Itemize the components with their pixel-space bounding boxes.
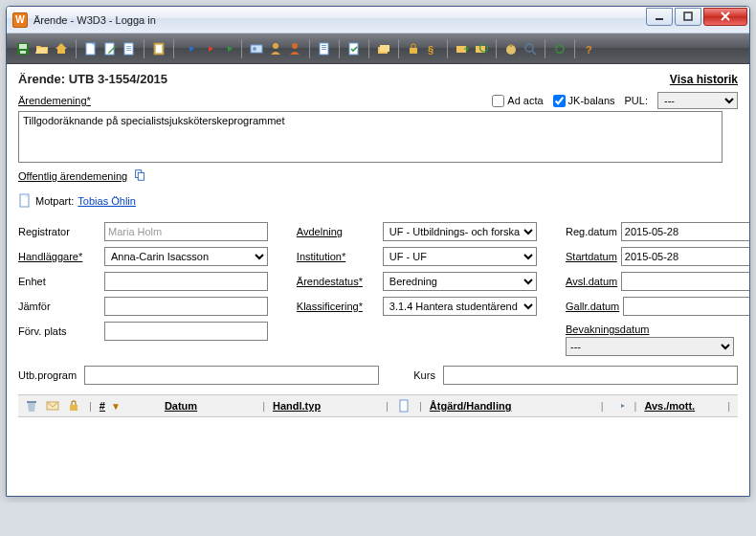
offentlig-link[interactable]: Offentlig ärendemening bbox=[18, 170, 127, 182]
envelope-icon[interactable] bbox=[45, 398, 60, 413]
doc-check-icon[interactable] bbox=[345, 40, 363, 57]
copy-icon[interactable] bbox=[133, 168, 146, 184]
minimize-button[interactable] bbox=[646, 8, 673, 26]
arrow-right-blue-icon[interactable] bbox=[180, 40, 197, 57]
table-body-empty bbox=[18, 417, 738, 484]
arendestatus-select[interactable]: Beredning bbox=[383, 272, 537, 291]
ad-acta-input[interactable] bbox=[492, 95, 504, 107]
arrow-right-green-icon[interactable] bbox=[218, 40, 235, 57]
forvplats-input[interactable] bbox=[104, 322, 268, 341]
doc-icon[interactable] bbox=[121, 40, 138, 57]
search-icon[interactable] bbox=[522, 40, 539, 57]
jk-balans-input[interactable] bbox=[553, 95, 566, 107]
toolbar-sep bbox=[173, 39, 174, 58]
svg-rect-33 bbox=[138, 172, 144, 180]
utbprogram-input[interactable] bbox=[84, 366, 379, 385]
maximize-button[interactable] bbox=[675, 8, 701, 26]
motpart-row: Motpart: Tobias Öhlin bbox=[18, 193, 738, 209]
pul-select[interactable]: --- bbox=[657, 92, 738, 109]
trash-icon[interactable] bbox=[24, 398, 39, 413]
show-history-link[interactable]: Visa historik bbox=[670, 73, 738, 86]
col-handltyp[interactable]: Handl.typ bbox=[273, 400, 321, 412]
avsldatum-label: Avsl.datum bbox=[566, 276, 617, 287]
user-orange-icon[interactable] bbox=[286, 40, 303, 57]
new-doc-icon[interactable] bbox=[82, 40, 100, 57]
arendemening-label: Ärendemening bbox=[18, 95, 91, 106]
klassificering-select[interactable]: 3.1.4 Hantera studentärend bbox=[383, 297, 537, 316]
content-area: Ärende: UTB 3-1554/2015 Visa historik Är… bbox=[7, 64, 749, 496]
motpart-name-link[interactable]: Tobias Öhlin bbox=[78, 195, 136, 207]
svg-rect-9 bbox=[126, 48, 131, 49]
list-icon[interactable] bbox=[316, 40, 333, 57]
bevakning-select[interactable]: --- bbox=[566, 337, 734, 356]
folder-move-icon[interactable] bbox=[454, 40, 471, 57]
svg-rect-19 bbox=[322, 47, 326, 48]
col-avsmott[interactable]: Avs./mott. bbox=[644, 400, 695, 412]
alarm-icon[interactable] bbox=[502, 40, 520, 57]
col-hash[interactable]: # bbox=[100, 400, 105, 412]
help-icon[interactable]: ? bbox=[581, 40, 598, 57]
window-title: Ärende - W3D3 - Logga in bbox=[33, 14, 644, 26]
toolbar-sep bbox=[496, 39, 497, 58]
clipboard-icon[interactable] bbox=[150, 40, 167, 57]
save-icon[interactable] bbox=[14, 40, 32, 57]
col-atgard[interactable]: Åtgärd/Handling bbox=[430, 400, 512, 412]
page-icon bbox=[18, 193, 32, 209]
enhet-input[interactable] bbox=[104, 272, 268, 291]
jamfor-label: Jämför bbox=[18, 301, 100, 312]
startdatum-input[interactable] bbox=[621, 247, 750, 266]
case-title: Ärende: UTB 3-1554/2015 bbox=[18, 72, 167, 86]
svg-rect-24 bbox=[410, 48, 417, 54]
svg-rect-3 bbox=[19, 44, 27, 49]
kurs-input[interactable] bbox=[443, 366, 738, 385]
toolbar-sep bbox=[241, 39, 242, 58]
refresh-icon[interactable] bbox=[551, 40, 568, 57]
svg-rect-20 bbox=[322, 49, 326, 50]
arendestatus-label: Ärendestatus bbox=[297, 276, 379, 287]
avdelning-select[interactable]: UF - Utbildnings- och forska bbox=[383, 222, 537, 241]
svg-rect-38 bbox=[400, 400, 408, 412]
toolbar-sep bbox=[545, 39, 545, 58]
user-card-icon[interactable] bbox=[248, 40, 265, 57]
user-icon[interactable] bbox=[267, 40, 284, 57]
avdelning-label: Avdelning bbox=[297, 226, 379, 237]
svg-rect-4 bbox=[20, 51, 26, 54]
lock-icon[interactable] bbox=[405, 40, 422, 57]
arrow-tiny-icon bbox=[611, 398, 627, 413]
column-right: Reg.datum Startdatum Avsl.datum Gallr.da… bbox=[566, 222, 738, 356]
folder-refresh-icon[interactable] bbox=[473, 40, 490, 57]
avsldatum-input[interactable] bbox=[621, 272, 750, 291]
bevakning-label: Bevakningsdatum bbox=[566, 324, 738, 335]
folder-open-icon[interactable] bbox=[33, 40, 51, 57]
arrow-right-red-icon[interactable] bbox=[199, 40, 216, 57]
paragraph-icon[interactable]: § bbox=[424, 40, 441, 57]
handlaggare-label: Handläggare bbox=[18, 251, 100, 262]
arendemening-textarea[interactable]: Tillgodoräknande på specialistsjuksköter… bbox=[18, 111, 723, 163]
svg-rect-1 bbox=[684, 12, 692, 20]
regdatum-label: Reg.datum bbox=[566, 226, 617, 237]
house-icon[interactable] bbox=[53, 40, 70, 57]
toolbar-sep bbox=[309, 39, 310, 58]
col-datum[interactable]: Datum bbox=[165, 400, 197, 412]
jamfor-input[interactable] bbox=[104, 297, 268, 316]
jk-balans-checkbox[interactable]: JK-balans bbox=[553, 95, 615, 107]
close-button[interactable] bbox=[703, 8, 747, 26]
svg-rect-18 bbox=[322, 45, 326, 46]
handlaggare-select[interactable]: Anna-Carin Isacsson bbox=[104, 247, 268, 266]
kurs-label: Kurs bbox=[413, 369, 435, 381]
gallrdatum-input[interactable] bbox=[623, 297, 750, 316]
svg-rect-5 bbox=[86, 43, 95, 55]
utbprogram-label: Utb.program bbox=[18, 369, 77, 381]
toolbar-sep bbox=[398, 39, 399, 58]
column-left: Registrator HandläggareAnna-Carin Isacss… bbox=[18, 222, 268, 356]
svg-rect-23 bbox=[380, 45, 389, 52]
svg-rect-35 bbox=[27, 401, 36, 403]
ad-acta-checkbox[interactable]: Ad acta bbox=[492, 95, 543, 107]
folders-icon[interactable] bbox=[375, 40, 392, 57]
lock-small-icon[interactable] bbox=[66, 398, 81, 413]
institution-select[interactable]: UF - UF bbox=[383, 247, 537, 266]
app-window: W Ärende - W3D3 - Logga in § bbox=[6, 6, 750, 497]
toolbar-sep bbox=[574, 39, 575, 58]
regdatum-input[interactable] bbox=[621, 222, 750, 241]
edit-doc-icon[interactable] bbox=[101, 40, 119, 57]
